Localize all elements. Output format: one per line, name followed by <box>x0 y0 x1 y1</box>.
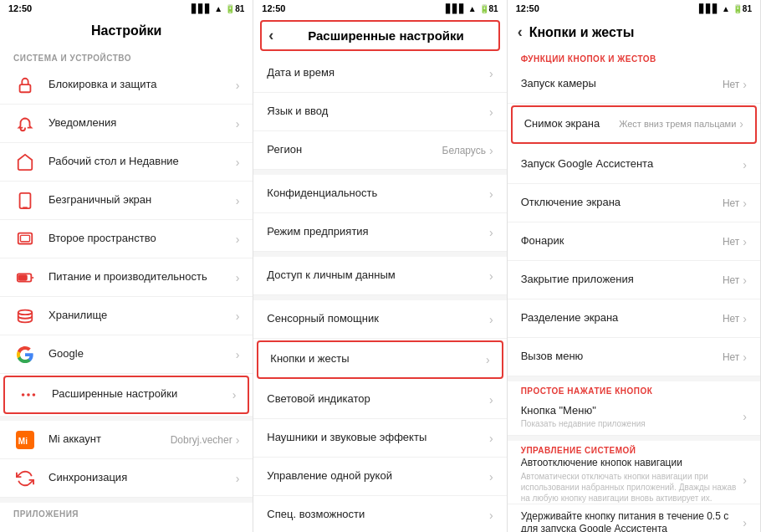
svg-point-7 <box>18 309 33 315</box>
layers-icon <box>13 228 37 251</box>
panel3-content: ФУНКЦИИ КНОПОК И ЖЕСТОВ Запуск камеры Не… <box>508 49 760 532</box>
advanced-item-onehand[interactable]: Управление одной рукой › <box>253 458 506 496</box>
advanced-item-enterprise[interactable]: Режим предприятия › <box>253 213 506 252</box>
panel-buttons-gestures: 12:50 ▋▋▋ ▲ 🔋81 ‹ Кнопки и жесты ФУНКЦИИ… <box>508 0 761 532</box>
svg-point-8 <box>22 393 25 396</box>
svg-text:Mi: Mi <box>18 436 28 445</box>
dots-icon <box>17 383 40 407</box>
settings-item-desktop[interactable]: Рабочий стол и Недавние › <box>0 143 253 182</box>
back-button-2[interactable]: ‹ <box>268 27 273 44</box>
section-simple-press: ПРОСТОЕ НАЖАТИЕ КНОПОК <box>508 381 760 397</box>
status-bar-2: 12:50 ▋▋▋ ▲ 🔋81 <box>253 0 506 17</box>
settings-item-apps-placeholder[interactable]: Системные приложения › <box>0 522 253 532</box>
advanced-item-accessibility[interactable]: Спец. возможности › <box>253 496 506 532</box>
panel1-content: СИСТЕМА И УСТРОЙСТВО Блокировка и защита… <box>0 47 253 532</box>
gesture-power-hold[interactable]: Удерживайте кнопку питания в течение 0.5… <box>508 504 760 532</box>
panel2-header: ‹ Расширенные настройки <box>260 20 499 51</box>
svg-rect-1 <box>20 192 31 207</box>
svg-point-10 <box>33 393 36 396</box>
advanced-item-buttons[interactable]: Кнопки и жесты › <box>257 340 503 379</box>
panel3-title: Кнопки и жесты <box>529 25 635 40</box>
settings-item-google[interactable]: Google › <box>0 335 253 374</box>
status-icons-2: ▋▋▋ ▲ 🔋81 <box>446 4 498 13</box>
svg-point-9 <box>27 393 30 396</box>
svg-rect-0 <box>20 84 31 92</box>
panel-advanced: 12:50 ▋▋▋ ▲ 🔋81 ‹ Расширенные настройки … <box>253 0 507 532</box>
bell-icon <box>13 112 37 136</box>
svg-rect-6 <box>19 275 27 280</box>
settings-item-lock[interactable]: Блокировка и защита › <box>0 66 253 105</box>
advanced-item-datetime[interactable]: Дата и время › <box>253 54 506 93</box>
advanced-item-language[interactable]: Язык и ввод › <box>253 93 506 131</box>
gesture-screenshot[interactable]: Снимок экрана Жест вниз тремя пальцами › <box>511 105 757 144</box>
apps-icon <box>13 529 37 533</box>
advanced-item-personal-data[interactable]: Доступ к личным данным › <box>253 257 506 295</box>
gesture-flashlight[interactable]: Фонарик Нет › <box>508 223 760 261</box>
gesture-close-app[interactable]: Закрытие приложения Нет › <box>508 261 760 299</box>
settings-item-sync[interactable]: Синхронизация › <box>0 459 253 498</box>
time-3: 12:50 <box>516 3 539 13</box>
storage-icon <box>13 304 37 328</box>
time-2: 12:50 <box>262 3 285 13</box>
gesture-menu-button[interactable]: Кнопка "Меню" Показать недавние приложен… <box>508 397 760 436</box>
battery-icon <box>13 266 37 289</box>
settings-item-notifications[interactable]: Уведомления › <box>0 105 253 143</box>
panel3-header: ‹ Кнопки и жесты <box>508 17 760 49</box>
advanced-item-light[interactable]: Световой индикатор › <box>253 381 506 419</box>
section-system-control: УПРАВЛЕНИЕ СИСТЕМОЙ <box>508 441 760 457</box>
section-functions: ФУНКЦИИ КНОПОК И ЖЕСТОВ <box>508 49 760 65</box>
advanced-item-privacy[interactable]: Конфиденциальность › <box>253 175 506 213</box>
panel2-header-wrapper: ‹ Расширенные настройки <box>253 17 506 54</box>
settings-item-advanced[interactable]: Расширенные настройки › <box>3 376 249 414</box>
gesture-split-screen[interactable]: Разделение экрана Нет › <box>508 299 760 338</box>
status-icons-1: ▋▋▋ ▲ 🔋81 <box>192 4 244 13</box>
settings-item-storage[interactable]: Хранилище › <box>0 297 253 335</box>
section-label-apps: ПРИЛОЖЕНИЯ <box>0 503 253 522</box>
panel2-content: Дата и время › Язык и ввод › Регион Бела… <box>253 54 506 532</box>
sync-icon <box>13 467 37 490</box>
time-1: 12:50 <box>8 3 32 13</box>
mi-icon: Mi <box>13 428 37 452</box>
panel1-title: Настройки <box>0 17 253 47</box>
tablet-icon <box>13 189 37 212</box>
gesture-menu-call[interactable]: Вызов меню Нет › <box>508 338 760 376</box>
settings-item-borderless[interactable]: Безграничный экран › <box>0 182 253 220</box>
gesture-nav-auto-off[interactable]: Автоотключение кнопок навигации Автомати… <box>508 457 760 504</box>
status-icons-3: ▋▋▋ ▲ 🔋81 <box>699 4 752 13</box>
home-icon <box>13 151 37 174</box>
advanced-item-region[interactable]: Регион Беларусь › <box>253 131 506 170</box>
gesture-camera[interactable]: Запуск камеры Нет › <box>508 65 760 104</box>
advanced-item-headphones[interactable]: Наушники и звуковые эффекты › <box>253 419 506 458</box>
svg-rect-4 <box>21 235 30 241</box>
status-bar-1: 12:50 ▋▋▋ ▲ 🔋81 <box>0 0 253 17</box>
panel-settings: 12:50 ▋▋▋ ▲ 🔋81 Настройки СИСТЕМА И УСТР… <box>0 0 253 532</box>
settings-item-mi-account[interactable]: Mi Mi аккаунт Dobryj.vecher › <box>0 421 253 459</box>
google-icon <box>13 343 37 366</box>
advanced-item-touch[interactable]: Сенсорный помощник › <box>253 300 506 339</box>
status-bar-3: 12:50 ▋▋▋ ▲ 🔋81 <box>508 0 760 17</box>
gesture-screen-off[interactable]: Отключение экрана Нет › <box>508 184 760 223</box>
gesture-assistant[interactable]: Запуск Google Ассистента › <box>508 146 760 184</box>
panel2-title: Расширенные настройки <box>280 28 491 43</box>
back-button-3[interactable]: ‹ <box>518 23 523 41</box>
section-label-system: СИСТЕМА И УСТРОЙСТВО <box>0 47 253 66</box>
settings-item-second-space[interactable]: Второе пространство › <box>0 220 253 258</box>
lock-icon <box>13 74 37 97</box>
settings-item-battery[interactable]: Питание и производительность › <box>0 258 253 297</box>
